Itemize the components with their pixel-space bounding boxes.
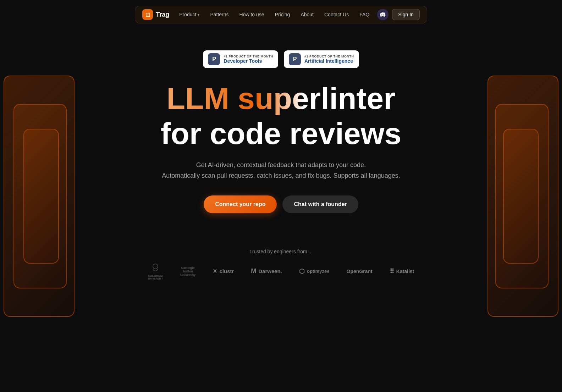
hero-line1: LLM superlinter [161,81,402,116]
navbar-inner: ⊡ Trag Product ▾ Patterns How to use Pri… [135,6,427,23]
hero-heading: LLM superlinter for code reviews [161,81,402,151]
hero-line2: for code reviews [161,116,402,151]
trusted-section: Trusted by engineers from ... COLUMBIA U… [0,242,562,291]
connect-repo-button[interactable]: Connect your repo [204,195,277,213]
chevron-down-icon: ▾ [198,13,199,17]
nav-item-patterns[interactable]: Patterns [206,10,233,20]
chat-founder-button[interactable]: Chat with a founder [282,195,358,213]
trusted-label: Trusted by engineers from ... [249,249,313,254]
nav-item-pricing[interactable]: Pricing [271,10,294,20]
logo-optimyzee: ⬡ optimyzee [299,267,330,275]
columbia-icon [150,263,161,274]
logo-text: Trag [156,11,169,18]
navbar: ⊡ Trag Product ▾ Patterns How to use Pri… [0,0,562,29]
logo-katalist: ⠿ Katalist [390,267,414,275]
logo-cmu: Carnegie Mellon University [180,266,196,277]
logo-darween: M Darween. [251,267,282,275]
badges-row: P #1 PRODUCT OF THE MONTH Developer Tool… [203,50,359,68]
nav-item-contact[interactable]: Contact Us [320,10,353,20]
nav-item-faq[interactable]: FAQ [355,10,374,20]
nav-item-product[interactable]: Product ▾ [175,10,204,20]
hero-subtext: Get AI-driven, contextual feedback that … [162,160,400,181]
logo-clustr: ✳ clustr [213,268,234,275]
sign-in-button[interactable]: Sign In [392,9,420,20]
logo[interactable]: ⊡ Trag [142,9,169,20]
badge-label-2: #1 PRODUCT OF THE MONTH [304,55,354,58]
main-content: P #1 PRODUCT OF THE MONTH Developer Tool… [0,29,562,242]
trusted-logos: COLUMBIA UNIVERSITY Carnegie Mellon Univ… [148,263,414,280]
logo-columbia: COLUMBIA UNIVERSITY [148,263,163,280]
badge-ai[interactable]: P #1 PRODUCT OF THE MONTH Artificial Int… [284,50,359,68]
nav-item-about[interactable]: About [296,10,318,20]
svg-point-0 [153,264,158,269]
discord-button[interactable] [377,9,389,20]
producthunt-icon-2: P [289,53,301,65]
logo-opengrant: OpenGrant [347,269,373,274]
badge-label-1: #1 PRODUCT OF THE MONTH [224,55,273,58]
badge-title-1: Developer Tools [224,58,273,64]
logo-icon: ⊡ [142,9,153,20]
badge-title-2: Artificial Intelligence [304,58,354,64]
producthunt-icon-1: P [208,53,220,65]
cta-row: Connect your repo Chat with a founder [204,195,358,213]
nav-item-how-to-use[interactable]: How to use [235,10,269,20]
badge-developer-tools[interactable]: P #1 PRODUCT OF THE MONTH Developer Tool… [203,50,278,68]
